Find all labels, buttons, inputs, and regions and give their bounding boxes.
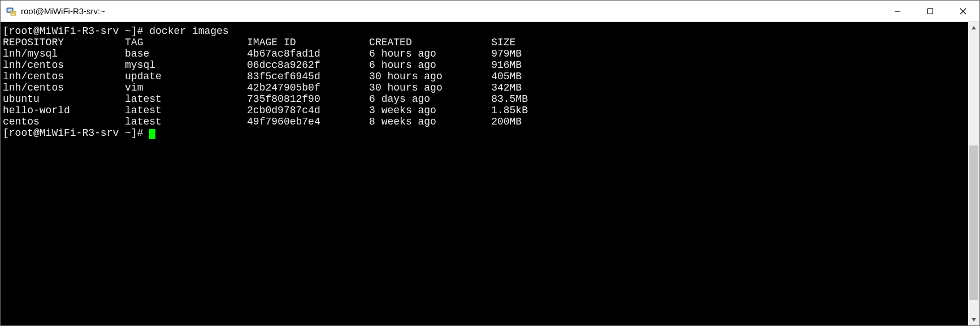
svg-marker-10: [972, 318, 976, 321]
terminal-line: [root@MiWiFi-R3-srv ~]# docker images: [3, 25, 966, 37]
terminal-output[interactable]: [root@MiWiFi-R3-srv ~]# docker imagesREP…: [1, 22, 968, 325]
terminal-line: lnh/centos vim 42b247905b0f 30 hours ago…: [3, 82, 966, 93]
scroll-up-arrow-icon[interactable]: [968, 22, 979, 33]
scroll-down-arrow-icon[interactable]: [968, 314, 979, 325]
terminal-line: [root@MiWiFi-R3-srv ~]#: [3, 127, 966, 139]
close-button[interactable]: [947, 1, 979, 22]
terminal-line: centos latest 49f7960eb7e4 8 weeks ago 2…: [3, 116, 966, 127]
title-bar[interactable]: root@MiWiFi-R3-srv:~: [1, 1, 979, 22]
terminal-line: REPOSITORY TAG IMAGE ID CREATED SIZE: [3, 37, 966, 48]
window-title: root@MiWiFi-R3-srv:~: [21, 6, 105, 16]
scroll-track[interactable]: [968, 33, 979, 314]
maximize-button[interactable]: [914, 1, 947, 22]
scroll-thumb[interactable]: [969, 145, 978, 300]
content-area: [root@MiWiFi-R3-srv ~]# docker imagesREP…: [1, 22, 979, 325]
minimize-button[interactable]: [881, 1, 914, 22]
terminal-line: lnh/centos mysql 06dcc8a9262f 6 hours ag…: [3, 59, 966, 71]
terminal-line: hello-world latest 2cb0d9787c4d 3 weeks …: [3, 105, 966, 116]
cursor: [149, 129, 155, 139]
svg-rect-6: [928, 8, 933, 14]
terminal-window: root@MiWiFi-R3-srv:~ [root@MiWiFi-R3-srv…: [0, 0, 980, 326]
window-controls: [881, 1, 979, 22]
svg-rect-2: [11, 11, 16, 15]
vertical-scrollbar[interactable]: [968, 22, 979, 325]
terminal-line: ubuntu latest 735f80812f90 6 days ago 83…: [3, 93, 966, 105]
terminal-line: lnh/mysql base 4b67ac8fad1d 6 hours ago …: [3, 48, 966, 59]
terminal-line: lnh/centos update 83f5cef6945d 30 hours …: [3, 71, 966, 82]
svg-marker-9: [972, 26, 976, 29]
putty-icon: [5, 5, 18, 18]
